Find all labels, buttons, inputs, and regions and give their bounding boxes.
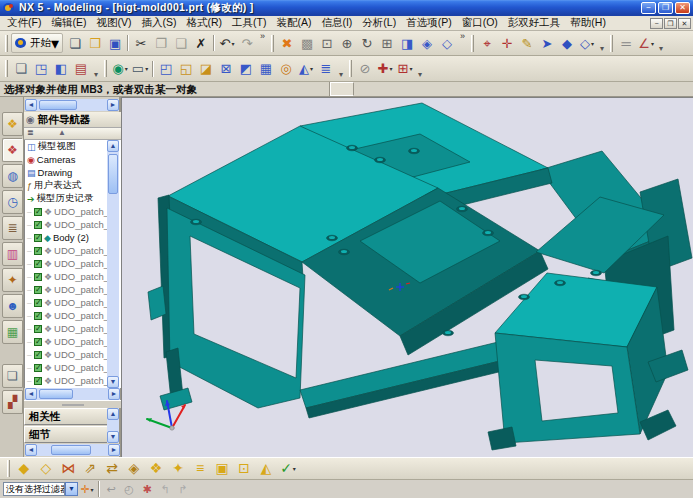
feature-checkbox[interactable]: [34, 221, 42, 229]
point-button[interactable]: ✛: [497, 33, 517, 53]
replace-component-button[interactable]: ⇄: [101, 458, 123, 479]
toolbar-overflow-icon[interactable]: ▾: [597, 45, 607, 53]
toolbar-overflow-icon[interactable]: ▾: [336, 71, 346, 79]
feature-checkbox[interactable]: [34, 286, 42, 294]
gateway-tab[interactable]: ▞: [2, 390, 23, 414]
rectangle-button[interactable]: ▭▾: [130, 59, 150, 79]
toolbar-overflow-icon[interactable]: ▾: [415, 71, 425, 79]
show-hide-button[interactable]: ✖: [277, 33, 297, 53]
menu-item-12[interactable]: 帮助(H): [565, 16, 611, 30]
menu-item-9[interactable]: 首选项(P): [401, 16, 457, 30]
toolbar-grip[interactable]: [104, 60, 107, 77]
part-navigator-tab[interactable]: ❖: [2, 138, 23, 162]
undo-selection-button[interactable]: ↩: [102, 481, 120, 497]
toolbar-grip[interactable]: [471, 35, 474, 52]
palette-tab[interactable]: ▥: [2, 242, 23, 266]
zoom-button[interactable]: ⊕: [337, 33, 357, 53]
feature-checkbox[interactable]: [34, 208, 42, 216]
selection-clock-button[interactable]: ◴: [120, 481, 138, 497]
menu-item-10[interactable]: 窗口(O): [457, 16, 503, 30]
feature-checkbox[interactable]: [34, 377, 42, 385]
pad-button[interactable]: ◩: [236, 59, 256, 79]
dependencies-section[interactable]: 相关性: [24, 408, 108, 425]
direction-dropdown-icon[interactable]: ▾: [591, 40, 594, 47]
extrude-button[interactable]: ◰: [156, 59, 176, 79]
filter-dropdown-icon[interactable]: ▼: [65, 482, 78, 496]
datum-axis-dropdown-icon[interactable]: ▾: [389, 65, 392, 72]
menu-item-4[interactable]: 格式(R): [181, 16, 227, 30]
point-set-dropdown-icon[interactable]: ▾: [409, 65, 412, 72]
menu-item-2[interactable]: 视图(V): [91, 16, 136, 30]
scroll-left-icon[interactable]: ◄: [25, 99, 37, 111]
pan-button[interactable]: ⊞: [377, 33, 397, 53]
windows-tab[interactable]: ❏: [2, 364, 23, 388]
tube-button[interactable]: ◎: [276, 59, 296, 79]
title-bar[interactable]: NX 5 - Modeling - [higt-mold001.prt (修改的…: [0, 0, 693, 16]
delete-button[interactable]: ✗: [191, 33, 211, 53]
scroll-thumb[interactable]: [39, 100, 77, 110]
move-component-button[interactable]: ◈: [417, 33, 437, 53]
select-hook-down-button[interactable]: ↱: [174, 481, 192, 497]
feature-checkbox[interactable]: [34, 312, 42, 320]
scroll-right-icon[interactable]: ►: [107, 99, 119, 111]
toolbar-grip[interactable]: [7, 460, 10, 477]
copy-button[interactable]: ❐: [151, 33, 171, 53]
redo-button[interactable]: ↷: [237, 33, 257, 53]
menu-item-3[interactable]: 插入(S): [136, 16, 181, 30]
vector-button[interactable]: ➤: [537, 33, 557, 53]
wave-link-button[interactable]: ◭: [255, 458, 277, 479]
start-button[interactable]: 开始 ▾: [11, 33, 63, 53]
feature-checkbox[interactable]: [34, 260, 42, 268]
toolbar-grip[interactable]: [271, 35, 274, 52]
mdi-minimize-button[interactable]: −: [650, 18, 663, 29]
sweep-button[interactable]: ◭▾: [296, 59, 316, 79]
menu-item-5[interactable]: 工具(T): [227, 16, 271, 30]
measure-angle-dropdown-icon[interactable]: ▾: [651, 40, 654, 47]
scroll-right-icon[interactable]: ►: [108, 388, 120, 400]
datum-plane-button[interactable]: ⊘: [355, 59, 375, 79]
scroll-thumb[interactable]: [39, 389, 73, 399]
menu-item-8[interactable]: 分析(L): [357, 16, 401, 30]
sweep-dropdown-icon[interactable]: ▾: [310, 65, 313, 72]
rectangle-dropdown-icon[interactable]: ▾: [145, 65, 148, 72]
feature-checkbox[interactable]: [34, 299, 42, 307]
hole-button[interactable]: ◱: [176, 59, 196, 79]
mdi-restore-button[interactable]: ❐: [664, 18, 677, 29]
scroll-up-icon[interactable]: ▲: [107, 408, 119, 420]
panel-top-hscrollbar[interactable]: ◄ ►: [25, 99, 119, 111]
panel-bottom-hscrollbar[interactable]: ◄ ►: [25, 444, 120, 456]
roles-tab[interactable]: ✦: [2, 268, 23, 292]
details-section[interactable]: 细节: [24, 426, 108, 443]
half-shade-cube-button[interactable]: ◧: [51, 59, 71, 79]
assembly-navigator-tab[interactable]: ❖: [2, 112, 23, 136]
window-layout-button[interactable]: ❏: [11, 59, 31, 79]
restore-button[interactable]: ❐: [658, 2, 673, 14]
scroll-left-icon[interactable]: ◄: [25, 444, 37, 456]
selection-filter-field[interactable]: 没有选择过滤器: [3, 482, 65, 496]
toolbar-overflow-icon[interactable]: ▾: [91, 71, 101, 79]
sort-ascending-icon[interactable]: ▲: [58, 128, 66, 137]
pattern-component-button[interactable]: ❖: [145, 458, 167, 479]
scroll-down-icon[interactable]: ▼: [107, 431, 119, 443]
highlight-button[interactable]: ✱: [138, 481, 156, 497]
explode-assembly-button[interactable]: ✦: [167, 458, 189, 479]
web-browser-tab[interactable]: ◍: [2, 164, 23, 188]
cut-button[interactable]: ✂: [131, 33, 151, 53]
pocket-button[interactable]: ⊠: [216, 59, 236, 79]
toolbar-overflow-icon[interactable]: »: [257, 32, 268, 41]
toolbar-overflow-icon[interactable]: ▾: [656, 45, 666, 53]
feature-checkbox[interactable]: [34, 338, 42, 346]
point-set-button[interactable]: ⊞▾: [395, 59, 415, 79]
graphics-viewport[interactable]: [121, 97, 693, 457]
assembly-constraints-button[interactable]: ◇: [437, 33, 457, 53]
gallery-tab[interactable]: ▦: [2, 320, 23, 344]
drafting-button[interactable]: ▤: [71, 59, 91, 79]
move-component-button[interactable]: ⇗: [79, 458, 101, 479]
menu-item-0[interactable]: 文件(F): [2, 16, 46, 30]
snap-point-button[interactable]: ✛▾: [78, 481, 96, 497]
sketch-in-task-button[interactable]: ✎: [517, 33, 537, 53]
key-slot-button[interactable]: ▦: [256, 59, 276, 79]
toolbar-grip[interactable]: [5, 60, 8, 77]
feature-checkbox[interactable]: [34, 351, 42, 359]
plane-normal-button[interactable]: ◆: [557, 33, 577, 53]
